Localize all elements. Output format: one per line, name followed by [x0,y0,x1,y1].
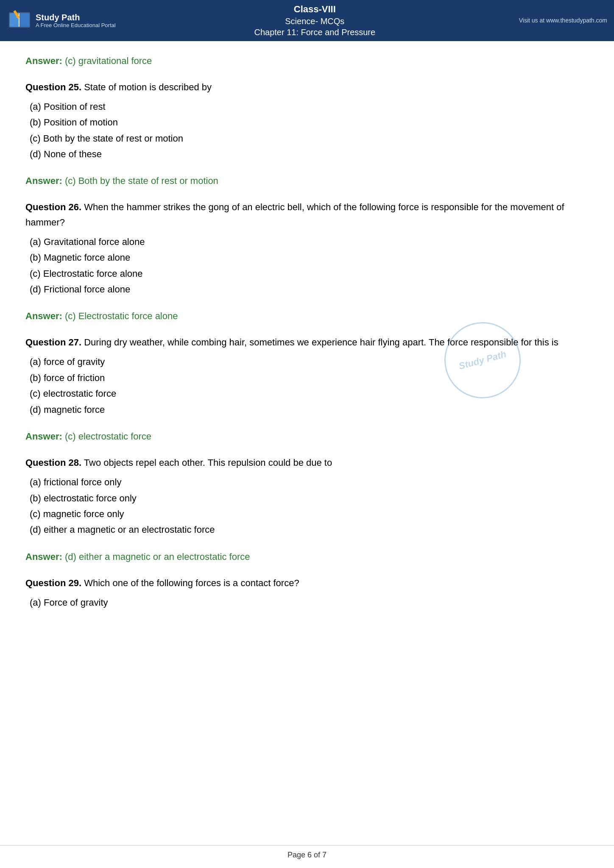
studypath-logo-icon [7,9,32,32]
question-27-text: Question 27. During dry weather, while c… [25,335,589,350]
header-class: Class-VIII [116,3,514,16]
svg-rect-2 [20,13,29,27]
q26-option-b: (b) Magnetic force alone [30,250,589,265]
question-27-number: Question 27. [25,337,81,348]
question-25-block: Question 25. State of motion is describe… [25,80,589,162]
prev-answer: Answer: (c) gravitational force [25,54,589,68]
question-29-text: Question 29. Which one of the following … [25,576,589,590]
answer-26-label: Answer: [25,311,62,321]
answer-25-text: (c) Both by the state of rest or motion [65,175,218,186]
q26-option-a: (a) Gravitational force alone [30,234,589,250]
answer-27-label: Answer: [25,431,62,442]
question-25-body: State of motion is described by [84,82,212,92]
header-subject: Science- MCQs [116,16,514,27]
page-header: Study Path A Free Online Educational Por… [0,0,614,41]
q25-option-b: (b) Position of motion [30,114,589,130]
q25-option-d: (d) None of these [30,146,589,162]
main-content: Answer: (c) gravitational force Question… [0,41,614,635]
question-29-body: Which one of the following forces is a c… [84,578,299,588]
answer-28-text: (d) either a magnetic or an electrostati… [65,551,250,562]
question-27-block: Study Path Question 27. During dry weath… [25,335,589,417]
question-25-number: Question 25. [25,82,81,92]
question-29-options: (a) Force of gravity [30,595,589,610]
page-number: Page 6 of 7 [287,851,327,859]
q29-option-a: (a) Force of gravity [30,595,589,610]
question-25-text: Question 25. State of motion is describe… [25,80,589,95]
answer-26: Answer: (c) Electrostatic force alone [25,309,589,323]
logo-area: Study Path A Free Online Educational Por… [7,9,116,32]
q27-option-b: (b) force of friction [30,370,589,386]
prev-answer-text: (c) gravitational force [65,56,152,66]
logo-text-block: Study Path A Free Online Educational Por… [36,13,116,29]
answer-27-text: (c) electrostatic force [65,431,151,442]
q27-option-c: (c) electrostatic force [30,386,589,401]
q25-option-c: (c) Both by the state of rest or motion [30,131,589,146]
prev-answer-label: Answer: [25,56,62,66]
q28-option-b: (b) electrostatic force only [30,490,589,506]
question-26-text: Question 26. When the hammer strikes the… [25,200,589,229]
page-footer: Page 6 of 7 [0,845,614,860]
answer-28: Answer: (d) either a magnetic or an elec… [25,550,589,564]
question-29-number: Question 29. [25,578,81,588]
q27-option-d: (d) magnetic force [30,402,589,417]
header-chapter: Chapter 11: Force and Pressure [116,27,514,38]
question-27-options: (a) force of gravity (b) force of fricti… [30,354,589,417]
question-28-block: Question 28. Two objects repel each othe… [25,455,589,538]
question-25-options: (a) Position of rest (b) Position of mot… [30,99,589,162]
question-28-text: Question 28. Two objects repel each othe… [25,455,589,470]
question-26-body: When the hammer strikes the gong of an e… [25,202,564,227]
question-26-options: (a) Gravitational force alone (b) Magnet… [30,234,589,298]
answer-25-label: Answer: [25,175,62,186]
q28-option-a: (a) frictional force only [30,474,589,490]
logo-subtitle: A Free Online Educational Portal [36,22,116,29]
question-28-options: (a) frictional force only (b) electrosta… [30,474,589,538]
answer-27: Answer: (c) electrostatic force [25,429,589,443]
logo-title: Study Path [36,13,116,22]
question-27-body: During dry weather, while combing hair, … [84,337,558,348]
question-29-block: Question 29. Which one of the following … [25,576,589,611]
q28-option-c: (c) magnetic force only [30,506,589,522]
answer-26-text: (c) Electrostatic force alone [65,311,178,321]
answer-25: Answer: (c) Both by the state of rest or… [25,174,589,188]
question-26-block: Question 26. When the hammer strikes the… [25,200,589,297]
q27-option-a: (a) force of gravity [30,354,589,370]
q26-option-c: (c) Electrostatic force alone [30,266,589,281]
header-website: Visit us at www.thestudypath.com [514,17,607,24]
question-28-number: Question 28. [25,457,81,468]
q28-option-d: (d) either a magnetic or an electrostati… [30,522,589,537]
q25-option-a: (a) Position of rest [30,99,589,114]
question-26-number: Question 26. [25,202,81,212]
question-28-body: Two objects repel each other. This repul… [84,457,332,468]
answer-28-label: Answer: [25,551,62,562]
q26-option-d: (d) Frictional force alone [30,281,589,297]
header-center-info: Class-VIII Science- MCQs Chapter 11: For… [116,3,514,38]
